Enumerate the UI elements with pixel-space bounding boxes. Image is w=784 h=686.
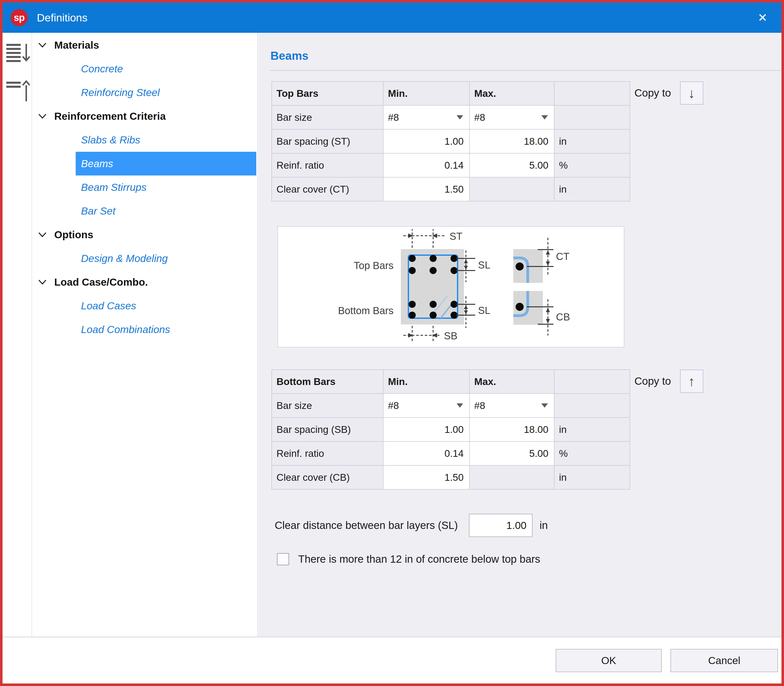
tree-item-reinforcement-criteria[interactable]: Reinforcement Criteria	[32, 105, 257, 128]
tree-item-materials[interactable]: Materials	[32, 33, 257, 57]
row-label: Bar size	[272, 394, 383, 417]
chevron-down-icon[interactable]	[38, 232, 47, 237]
diagram-sl-top-label: SL	[478, 260, 490, 271]
unit-cell: %	[555, 154, 630, 177]
checkbox-label: There is more than 12 in of concrete bel…	[298, 553, 540, 565]
chevron-down-icon[interactable]	[38, 113, 47, 119]
column-header: Top Bars	[272, 82, 383, 105]
collapse-all-icon[interactable]	[5, 80, 30, 102]
reinf-ratio-max-input[interactable]: 5.00	[470, 154, 554, 177]
unit-cell	[555, 106, 630, 129]
diagram-cb-label: CB	[556, 311, 570, 322]
chevron-down-icon[interactable]	[38, 42, 47, 48]
app-logo-icon: sp	[11, 9, 28, 26]
dropdown-arrow-icon	[541, 115, 548, 119]
ok-button[interactable]: OK	[556, 649, 662, 672]
unit-cell: %	[555, 442, 630, 465]
copy-to-bottom-row: Copy to ↓	[634, 81, 703, 105]
row-label: Clear cover (CT)	[272, 178, 383, 201]
column-header: Max.	[470, 370, 554, 393]
clear-distance-row: Clear distance between bar layers (SL) 1…	[275, 514, 548, 537]
dropdown-arrow-icon	[457, 403, 463, 408]
copy-up-button[interactable]: ↑	[680, 369, 703, 393]
bar-size-max-dropdown[interactable]: #8	[470, 394, 554, 417]
row-label: Reinf. ratio	[272, 442, 383, 465]
titlebar[interactable]: sp Definitions ✕	[3, 3, 781, 33]
arrow-up-icon: ↑	[688, 373, 695, 389]
column-header: Bottom Bars	[272, 370, 383, 393]
bar-size-max-dropdown[interactable]: #8	[470, 106, 554, 129]
main-panel: Beams Top Bars Min. Max. Bar size #8 #8 …	[258, 33, 781, 637]
column-header: Min.	[383, 82, 469, 105]
definitions-tree: Materials Concrete Reinforcing Steel Rei…	[32, 33, 258, 637]
tree-item-beams[interactable]: Beams	[76, 152, 256, 175]
column-header	[555, 82, 630, 105]
window-title: Definitions	[37, 11, 88, 24]
chevron-down-icon[interactable]	[38, 279, 47, 285]
row-label: Bar size	[272, 106, 383, 129]
tree-item-bar-set[interactable]: Bar Set	[32, 199, 257, 223]
tree-item-design-modeling[interactable]: Design & Modeling	[32, 247, 257, 270]
clear-distance-input[interactable]: 1.00	[469, 514, 532, 537]
bar-size-min-dropdown[interactable]: #8	[383, 394, 469, 417]
bar-spacing-sb-min-input[interactable]: 1.00	[383, 418, 469, 441]
close-icon[interactable]: ✕	[751, 6, 774, 29]
beam-section-diagram: Top Bars Bottom Bars ST SB SL SL CT CB	[277, 226, 624, 348]
dialog-footer: OK Cancel	[3, 637, 781, 683]
reinf-ratio-max-input[interactable]: 5.00	[470, 442, 554, 465]
tree-item-load-combinations[interactable]: Load Combinations	[32, 318, 257, 341]
copy-down-button[interactable]: ↓	[680, 82, 703, 105]
bar-spacing-sb-max-input[interactable]: 18.00	[470, 418, 554, 441]
row-label: Bar spacing (SB)	[272, 418, 383, 441]
dropdown-arrow-icon	[541, 403, 548, 408]
screenshot-frame: sp Definitions ✕	[0, 0, 784, 686]
concrete-below-top-bars-checkbox[interactable]	[277, 553, 289, 565]
row-label: Clear cover (CB)	[272, 466, 383, 489]
tree-item-options[interactable]: Options	[32, 223, 257, 247]
tree-item-beam-stirrups[interactable]: Beam Stirrups	[32, 175, 257, 199]
tree-item-concrete[interactable]: Concrete	[32, 57, 257, 81]
disabled-cell	[470, 466, 554, 489]
copy-to-top-row: Copy to ↑	[634, 369, 703, 393]
page-title: Beams	[270, 49, 308, 62]
unit-cell: in	[555, 130, 630, 153]
expand-all-icon[interactable]	[5, 43, 30, 65]
arrow-down-icon: ↓	[688, 85, 695, 101]
clear-distance-label: Clear distance between bar layers (SL)	[275, 519, 458, 531]
diagram-top-bars-label: Top Bars	[354, 260, 393, 271]
diagram-st-label: ST	[450, 231, 462, 242]
copy-to-label: Copy to	[634, 87, 671, 99]
cancel-button[interactable]: Cancel	[671, 649, 778, 672]
unit-cell: in	[555, 418, 630, 441]
tree-item-load-cases[interactable]: Load Cases	[32, 294, 257, 318]
column-header: Max.	[470, 82, 554, 105]
row-label: Reinf. ratio	[272, 154, 383, 177]
dropdown-arrow-icon	[457, 115, 463, 119]
concrete-below-top-bars-row: There is more than 12 in of concrete bel…	[277, 552, 540, 567]
copy-to-label: Copy to	[634, 375, 671, 387]
column-header: Min.	[383, 370, 469, 393]
tree-item-reinforcing-steel[interactable]: Reinforcing Steel	[32, 81, 257, 105]
tree-item-load-case-combo[interactable]: Load Case/Combo.	[32, 270, 257, 294]
reinf-ratio-min-input[interactable]: 0.14	[383, 442, 469, 465]
bar-size-min-dropdown[interactable]: #8	[383, 106, 469, 129]
top-bars-table: Top Bars Min. Max. Bar size #8 #8 Bar sp…	[272, 81, 630, 201]
reinf-ratio-min-input[interactable]: 0.14	[383, 154, 469, 177]
bar-spacing-st-min-input[interactable]: 1.00	[383, 130, 469, 153]
clear-distance-unit: in	[540, 519, 548, 531]
diagram-sl-bottom-label: SL	[478, 305, 490, 316]
clear-cover-ct-min-input[interactable]: 1.50	[383, 178, 469, 201]
bar-spacing-st-max-input[interactable]: 18.00	[470, 130, 554, 153]
diagram-bottom-bars-label: Bottom Bars	[338, 305, 393, 316]
heading-divider	[270, 70, 781, 71]
tree-item-slabs-ribs[interactable]: Slabs & Ribs	[32, 128, 257, 152]
bottom-bars-table: Bottom Bars Min. Max. Bar size #8 #8 Bar…	[272, 369, 630, 490]
diagram-sb-label: SB	[444, 330, 457, 341]
definitions-dialog: sp Definitions ✕	[3, 3, 781, 683]
column-header	[555, 370, 630, 393]
unit-cell	[555, 394, 630, 417]
row-label: Bar spacing (ST)	[272, 130, 383, 153]
unit-cell: in	[555, 178, 630, 201]
clear-cover-cb-min-input[interactable]: 1.50	[383, 466, 469, 489]
unit-cell: in	[555, 466, 630, 489]
